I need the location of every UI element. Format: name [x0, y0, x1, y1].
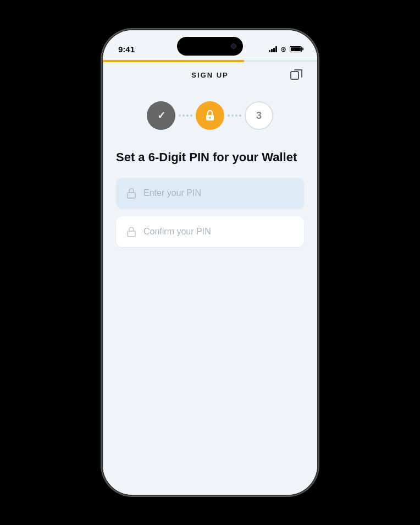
main-content: Set a 6-Digit PIN for your Wallet Enter …	[103, 145, 317, 495]
confirm-pin-lock-icon	[126, 226, 137, 237]
header: SIGN UP	[103, 62, 317, 88]
svg-point-2	[209, 117, 211, 119]
screen-inner: SIGN UP ✓	[103, 60, 317, 495]
signal-bars-icon	[269, 46, 277, 52]
dynamic-island	[177, 37, 243, 56]
enter-pin-field[interactable]: Enter your PIN	[116, 178, 304, 209]
section-title: Set a 6-Digit PIN for your Wallet	[116, 150, 304, 166]
status-time: 9:41	[118, 45, 135, 54]
svg-rect-3	[128, 193, 135, 198]
screen: 9:41 ⊛	[103, 30, 317, 495]
step-1-check-icon: ✓	[157, 110, 165, 122]
lock-icon	[203, 109, 217, 122]
step-3-circle: 3	[245, 101, 273, 130]
enter-pin-lock-icon	[126, 188, 137, 199]
steps-container: ✓	[103, 88, 317, 145]
step-3-label: 3	[256, 110, 262, 122]
svg-rect-4	[128, 231, 135, 237]
expand-button[interactable]	[289, 68, 304, 83]
step-connector-2	[228, 114, 241, 117]
step-2-circle	[196, 101, 224, 130]
phone-frame: 9:41 ⊛	[103, 30, 317, 495]
svg-rect-0	[291, 72, 299, 79]
expand-icon	[290, 69, 302, 81]
wifi-icon: ⊛	[280, 45, 286, 53]
confirm-pin-field[interactable]: Confirm your PIN	[116, 216, 304, 247]
step-connector-1	[179, 114, 192, 117]
battery-icon	[290, 46, 302, 52]
status-bar: 9:41 ⊛	[103, 30, 317, 60]
camera-dot	[231, 43, 236, 49]
page-title: SIGN UP	[191, 71, 228, 79]
status-icons: ⊛	[269, 45, 302, 53]
enter-pin-placeholder: Enter your PIN	[143, 188, 201, 198]
step-1-circle: ✓	[147, 101, 175, 130]
confirm-pin-placeholder: Confirm your PIN	[143, 227, 211, 237]
